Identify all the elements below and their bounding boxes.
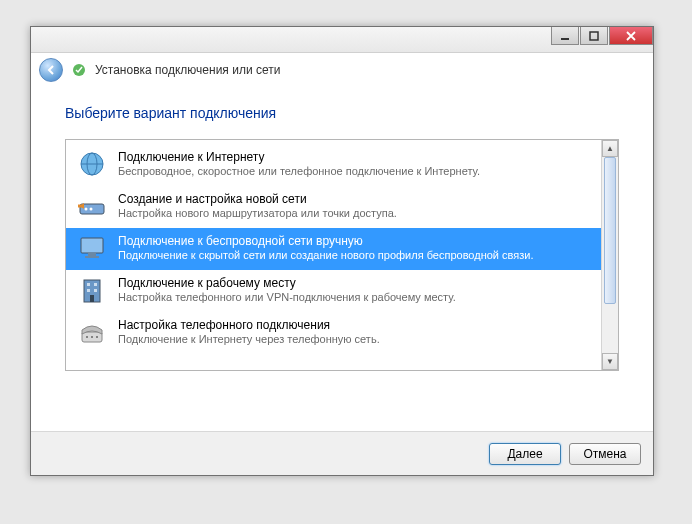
option-title: Подключение к рабочему месту [118, 276, 456, 290]
router-icon [76, 190, 108, 222]
option-title: Подключение к беспроводной сети вручную [118, 234, 533, 248]
cancel-button[interactable]: Отмена [569, 443, 641, 465]
svg-rect-13 [87, 283, 90, 286]
page-heading: Выберите вариант подключения [65, 105, 619, 121]
minimize-button[interactable] [551, 27, 579, 45]
header: Установка подключения или сети [31, 53, 653, 87]
option-title: Настройка телефонного подключения [118, 318, 380, 332]
svg-point-19 [86, 336, 88, 338]
svg-rect-0 [561, 38, 569, 40]
footer: Далее Отмена [31, 431, 653, 475]
wizard-window: Установка подключения или сети Выберите … [30, 26, 654, 476]
options-listbox: Подключение к ИнтернетуБеспроводное, ско… [65, 139, 619, 371]
option-item[interactable]: Создание и настройка новой сетиНастройка… [66, 186, 601, 228]
maximize-button[interactable] [580, 27, 608, 45]
scroll-track[interactable] [602, 157, 618, 353]
option-item[interactable]: Подключение к беспроводной сети вручнуюП… [66, 228, 601, 270]
svg-rect-15 [87, 289, 90, 292]
scroll-thumb[interactable] [604, 157, 616, 304]
svg-point-21 [96, 336, 98, 338]
scroll-down-button[interactable]: ▼ [602, 353, 618, 370]
building-icon [76, 274, 108, 306]
monitor-icon [76, 232, 108, 264]
option-text: Настройка телефонного подключенияПодключ… [118, 316, 380, 345]
option-text: Подключение к рабочему местуНастройка те… [118, 274, 456, 303]
svg-rect-9 [81, 238, 103, 253]
svg-rect-10 [88, 253, 96, 256]
option-item[interactable]: Настройка телефонного подключенияПодключ… [66, 312, 601, 354]
network-icon [71, 62, 87, 78]
titlebar [31, 27, 653, 53]
svg-rect-11 [85, 256, 99, 258]
svg-rect-1 [590, 32, 598, 40]
option-desc: Беспроводное, скоростное или телефонное … [118, 165, 480, 177]
option-title: Создание и настройка новой сети [118, 192, 397, 206]
svg-rect-16 [94, 289, 97, 292]
option-desc: Подключение к скрытой сети или создание … [118, 249, 533, 261]
back-button[interactable] [39, 58, 63, 82]
svg-point-8 [90, 208, 93, 211]
option-desc: Настройка нового маршрутизатора или точк… [118, 207, 397, 219]
svg-rect-14 [94, 283, 97, 286]
svg-point-20 [91, 336, 93, 338]
phone-icon [76, 316, 108, 348]
svg-point-7 [85, 208, 88, 211]
option-text: Подключение к ИнтернетуБеспроводное, ско… [118, 148, 480, 177]
option-title: Подключение к Интернету [118, 150, 480, 164]
next-button[interactable]: Далее [489, 443, 561, 465]
option-text: Подключение к беспроводной сети вручнуюП… [118, 232, 533, 261]
option-desc: Настройка телефонного или VPN-подключени… [118, 291, 456, 303]
option-item[interactable]: Подключение к рабочему местуНастройка те… [66, 270, 601, 312]
option-item[interactable]: Подключение к ИнтернетуБеспроводное, ско… [66, 144, 601, 186]
option-desc: Подключение к Интернету через телефонную… [118, 333, 380, 345]
option-text: Создание и настройка новой сетиНастройка… [118, 190, 397, 219]
scrollbar: ▲ ▼ [601, 140, 618, 370]
content-area: Выберите вариант подключения Подключение… [31, 87, 653, 381]
globe-icon [76, 148, 108, 180]
scroll-up-button[interactable]: ▲ [602, 140, 618, 157]
svg-rect-17 [90, 295, 94, 302]
close-button[interactable] [609, 27, 653, 45]
header-title: Установка подключения или сети [95, 63, 280, 77]
